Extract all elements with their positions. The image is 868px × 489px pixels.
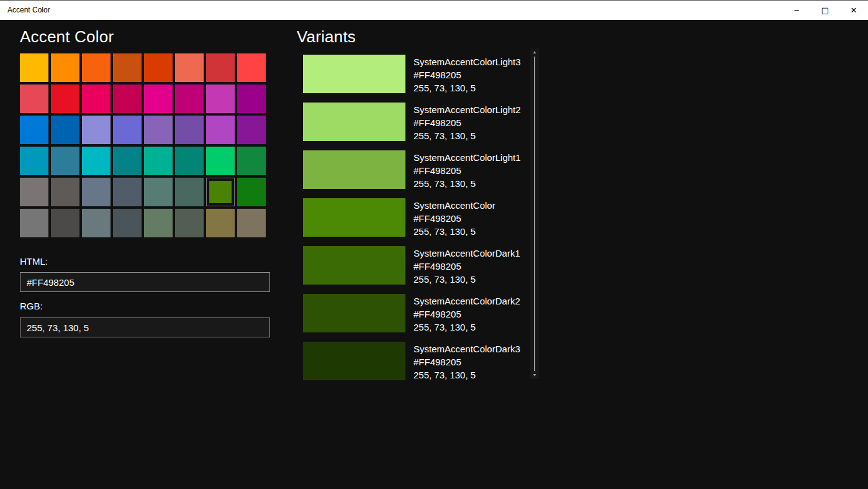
- palette-swatch[interactable]: [20, 209, 48, 237]
- variant-item[interactable]: SystemAccentColorLight3 #FF498205 255, 7…: [303, 55, 527, 94]
- variant-name: SystemAccentColorDark2: [414, 295, 520, 308]
- palette-swatch[interactable]: [82, 85, 111, 113]
- palette-swatch[interactable]: [20, 116, 48, 144]
- minimize-button[interactable]: ─: [782, 1, 811, 20]
- palette-swatch[interactable]: [206, 209, 235, 237]
- variant-color-swatch: [303, 246, 405, 285]
- variant-item[interactable]: SystemAccentColorDark3 #FF498205 255, 73…: [303, 342, 527, 382]
- palette-swatch[interactable]: [237, 116, 266, 144]
- palette-swatch[interactable]: [144, 85, 173, 113]
- scrollbar-up-icon[interactable]: ▲: [530, 48, 539, 56]
- variant-rgb: 255, 73, 130, 5: [414, 129, 521, 142]
- variant-rgb: 255, 73, 130, 5: [414, 368, 520, 382]
- scrollbar-thumb[interactable]: [534, 57, 535, 371]
- palette-swatch[interactable]: [51, 209, 79, 237]
- variant-name: SystemAccentColorLight1: [414, 151, 521, 164]
- palette-swatch[interactable]: [175, 53, 204, 82]
- palette-swatch[interactable]: [206, 53, 235, 82]
- palette-swatch[interactable]: [20, 85, 48, 113]
- scrollbar-down-icon[interactable]: ▼: [530, 372, 539, 379]
- variant-text: SystemAccentColorLight1 #FF498205 255, 7…: [414, 150, 521, 190]
- variant-item[interactable]: SystemAccentColorLight1 #FF498205 255, 7…: [303, 150, 527, 190]
- palette-swatch[interactable]: [237, 178, 266, 206]
- palette-swatch[interactable]: [206, 147, 235, 175]
- variant-hex: #FF498205: [414, 308, 520, 321]
- variant-rgb: 255, 73, 130, 5: [414, 225, 495, 238]
- variant-color-swatch: [303, 103, 405, 141]
- palette-swatch[interactable]: [175, 85, 204, 113]
- palette-swatch[interactable]: [51, 53, 79, 82]
- palette-swatch[interactable]: [113, 178, 142, 206]
- palette-swatch[interactable]: [82, 209, 111, 237]
- palette-swatch[interactable]: [237, 147, 266, 175]
- title-bar: Accent Color ─ □ ✕: [0, 0, 868, 20]
- variants-heading: Variants: [297, 27, 356, 47]
- variant-item[interactable]: SystemAccentColorLight2 #FF498205 255, 7…: [303, 103, 527, 142]
- palette-swatch[interactable]: [20, 53, 48, 82]
- variant-hex: #FF498205: [414, 355, 520, 368]
- palette-swatch[interactable]: [144, 147, 173, 175]
- palette-swatch[interactable]: [175, 178, 204, 206]
- page-title: Accent Color: [20, 27, 114, 47]
- variant-item[interactable]: SystemAccentColorDark1 #FF498205 255, 73…: [303, 246, 527, 286]
- palette-swatch[interactable]: [237, 53, 266, 82]
- html-input[interactable]: [20, 272, 270, 292]
- variant-text: SystemAccentColorLight2 #FF498205 255, 7…: [414, 103, 521, 142]
- palette-swatch[interactable]: [206, 85, 235, 113]
- variant-rgb: 255, 73, 130, 5: [414, 81, 521, 94]
- variants-list: SystemAccentColorLight3 #FF498205 255, 7…: [303, 55, 527, 390]
- variant-text: SystemAccentColorLight3 #FF498205 255, 7…: [414, 55, 521, 94]
- close-icon: ✕: [851, 6, 857, 14]
- minimize-icon: ─: [794, 7, 798, 14]
- palette-swatch[interactable]: [51, 85, 79, 113]
- palette-swatch[interactable]: [82, 53, 111, 82]
- palette-swatch[interactable]: [237, 85, 266, 113]
- maximize-icon: □: [821, 6, 829, 14]
- palette-swatch[interactable]: [51, 178, 79, 206]
- variant-hex: #FF498205: [414, 116, 521, 129]
- palette-swatch[interactable]: [82, 147, 111, 175]
- palette-swatch[interactable]: [206, 178, 235, 206]
- palette-swatch[interactable]: [51, 147, 79, 175]
- variant-color-swatch: [303, 342, 405, 380]
- palette-swatch[interactable]: [144, 209, 173, 237]
- variant-name: SystemAccentColor: [414, 199, 495, 212]
- palette-swatch[interactable]: [144, 53, 173, 82]
- palette-swatch[interactable]: [113, 85, 142, 113]
- variant-rgb: 255, 73, 130, 5: [414, 273, 520, 286]
- palette-swatch[interactable]: [144, 178, 173, 206]
- palette-swatch[interactable]: [113, 147, 142, 175]
- palette-swatch[interactable]: [82, 178, 111, 206]
- palette-swatch[interactable]: [175, 116, 204, 144]
- variant-text: SystemAccentColor #FF498205 255, 73, 130…: [414, 198, 495, 238]
- variant-hex: #FF498205: [414, 68, 521, 81]
- palette-swatch[interactable]: [206, 116, 235, 144]
- palette-swatch[interactable]: [113, 209, 142, 237]
- variant-name: SystemAccentColorDark1: [414, 247, 520, 260]
- palette-swatch[interactable]: [175, 209, 204, 237]
- variant-text: SystemAccentColorDark1 #FF498205 255, 73…: [414, 246, 520, 286]
- variant-item[interactable]: SystemAccentColor #FF498205 255, 73, 130…: [303, 198, 527, 238]
- variants-scrollbar[interactable]: ▲ ▼: [530, 48, 539, 379]
- palette-swatch[interactable]: [113, 53, 142, 82]
- palette-swatch[interactable]: [113, 116, 142, 144]
- html-label: HTML:: [20, 256, 48, 267]
- palette-swatch[interactable]: [175, 147, 204, 175]
- variant-color-swatch: [303, 55, 405, 93]
- variant-text: SystemAccentColorDark3 #FF498205 255, 73…: [414, 342, 520, 382]
- close-button[interactable]: ✕: [839, 1, 868, 20]
- variant-rgb: 255, 73, 130, 5: [414, 177, 521, 190]
- variant-name: SystemAccentColorLight3: [414, 55, 521, 68]
- variant-color-swatch: [303, 150, 405, 189]
- palette-swatch[interactable]: [144, 116, 173, 144]
- rgb-input[interactable]: [20, 318, 270, 337]
- variant-item[interactable]: SystemAccentColorDark2 #FF498205 255, 73…: [303, 294, 527, 334]
- app-window: Accent Color ─ □ ✕ Accent Color: [0, 0, 868, 489]
- palette-swatch[interactable]: [82, 116, 111, 144]
- maximize-button[interactable]: □: [811, 1, 839, 20]
- palette-swatch[interactable]: [237, 209, 266, 237]
- palette-swatch[interactable]: [20, 178, 48, 206]
- palette-swatch[interactable]: [51, 116, 79, 144]
- palette-swatch[interactable]: [20, 147, 48, 175]
- variant-color-swatch: [303, 198, 405, 237]
